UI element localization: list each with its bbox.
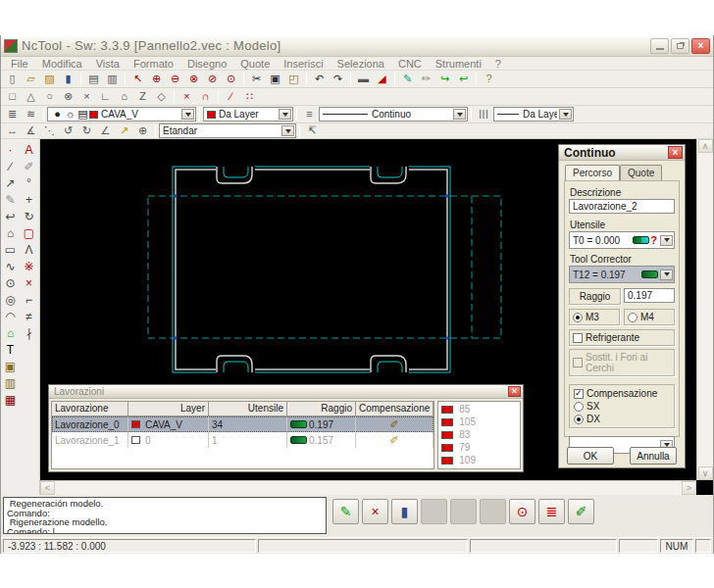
trim-tool-icon[interactable]: ⌐ [21, 291, 37, 308]
text-tool-icon[interactable]: T [2, 341, 19, 358]
probe-tool-icon[interactable]: ✏ [417, 72, 435, 86]
zline-icon[interactable]: Z [133, 89, 152, 104]
point-tool-icon[interactable]: · [2, 141, 19, 158]
utensile-combo-arrow[interactable] [660, 235, 673, 246]
col-utensile[interactable]: Utensile [209, 402, 287, 416]
arc3pt-tool-icon[interactable]: ◠ [2, 308, 19, 324]
dim-update-icon[interactable]: ↸ [303, 123, 322, 138]
horizontal-scrollbar[interactable]: < > [40, 480, 696, 495]
scroll-down-icon[interactable]: ∨ [698, 466, 713, 480]
mirror-tool-icon[interactable]: Λ [21, 241, 37, 258]
linetype-combobox[interactable]: Continuo [319, 107, 468, 122]
circle-shape-icon[interactable]: ○ [40, 89, 59, 104]
layer-print-icon[interactable]: ▤ [76, 107, 89, 122]
polygon-icon[interactable]: ⌂ [115, 89, 133, 104]
menu-disegno[interactable]: Disegno [181, 58, 232, 70]
line-seg-icon[interactable]: ∕ [222, 89, 240, 104]
ruler-icon[interactable]: ▬ [354, 72, 373, 86]
tab-quote[interactable]: Quote [620, 165, 662, 180]
lavorazione-row-1[interactable]: Lavorazione_1 0 1 0.157 ✐ [52, 432, 434, 448]
lineweight-combobox[interactable]: Da Layer [493, 107, 574, 122]
m4-radio-circle[interactable] [628, 313, 638, 322]
dim-aligned-icon[interactable]: ∡ [22, 123, 40, 138]
dx-radio-circle[interactable] [574, 415, 584, 424]
erase-tool-icon[interactable]: ✐ [21, 158, 37, 174]
save-icon[interactable]: ▮ [59, 72, 77, 86]
save-iso-button[interactable]: ▮ [391, 499, 418, 524]
extend-tool-icon[interactable]: ≠ [21, 308, 37, 324]
close-button[interactable]: × [691, 38, 710, 54]
tool-corrector-combo-arrow[interactable] [660, 270, 673, 280]
col-layer[interactable]: Layer [128, 402, 209, 416]
paste-entity-icon[interactable]: ▥ [2, 374, 19, 391]
dimstyle-combobox[interactable]: Etandar [159, 123, 296, 138]
copy-icon[interactable]: ▣ [266, 72, 284, 86]
grid-icon[interactable]: ∷ [240, 89, 259, 104]
col-lavorazione[interactable]: Lavorazione [52, 402, 128, 416]
hatch-tool-icon[interactable]: ▦ [2, 391, 19, 408]
dx-radio[interactable]: DX [574, 414, 670, 424]
menu-modifica[interactable]: Modifica [36, 58, 88, 70]
redo-icon[interactable]: ↷ [329, 72, 347, 86]
layer-combo-arrow[interactable] [181, 109, 194, 120]
layer-freeze-icon[interactable]: ☼ [64, 107, 76, 122]
m3-radio-circle[interactable] [573, 313, 583, 322]
menu-cnc[interactable]: CNC [392, 58, 428, 70]
side-item-83[interactable]: 83 [441, 429, 517, 440]
scroll-right-icon[interactable]: > [682, 481, 696, 495]
move-tool-icon[interactable]: + [21, 191, 37, 208]
tool-apply-button[interactable]: ✐ [568, 499, 594, 524]
descrizione-input[interactable]: Lavorazione_2 [569, 199, 675, 214]
menu-file[interactable]: File [5, 58, 34, 70]
perpendicular-icon[interactable]: ∟ [96, 89, 115, 104]
color-combo-arrow[interactable] [279, 109, 291, 120]
tool-disable-button[interactable]: × [362, 499, 388, 524]
rectangle-tool-icon[interactable]: ▭ [2, 241, 19, 258]
minimize-button[interactable] [650, 38, 669, 54]
tab-percorso[interactable]: Percorso [565, 165, 620, 180]
break-tool-icon[interactable]: × [21, 274, 37, 291]
ok-button[interactable]: OK [567, 447, 614, 465]
wedge-icon[interactable]: ◢ [373, 72, 391, 86]
menu-strumenti[interactable]: Strumenti [430, 58, 487, 70]
m3-radio[interactable]: M3 [569, 309, 620, 325]
arc-node-icon[interactable]: ∩ [196, 89, 215, 104]
dim-diameter-icon[interactable]: ↻ [77, 123, 96, 138]
rotate-tool-icon[interactable]: ↻ [21, 208, 37, 224]
sx-radio[interactable]: SX [574, 401, 670, 412]
refrigerante-box[interactable] [573, 333, 583, 343]
dim-radius-icon[interactable]: ↺ [59, 123, 77, 138]
tool-corrector-combobox[interactable]: T12 = 0.197 [569, 266, 675, 283]
layer-states-icon[interactable]: ≋ [22, 107, 40, 122]
spline-tool-icon[interactable]: ∿ [2, 258, 19, 274]
ellipse-tool-icon[interactable]: ◎ [2, 291, 19, 308]
side-item-85[interactable]: 85 [441, 404, 517, 415]
layer-manager-icon[interactable]: ≣ [3, 107, 22, 122]
print-preview-icon[interactable]: ▥ [103, 72, 122, 86]
lineweight-icon[interactable]: ||| [475, 107, 493, 122]
blank-button-3[interactable] [480, 499, 506, 524]
m4-radio[interactable]: M4 [624, 309, 675, 325]
dimstyle-combo-arrow[interactable] [281, 125, 294, 136]
layer-combobox[interactable]: ● ☼ ▤ CAVA_V [47, 107, 196, 122]
restore-button[interactable] [671, 38, 689, 54]
dim-ordinate-icon[interactable]: ⋱ [40, 123, 59, 138]
dim-linear-icon[interactable]: ↔ [3, 123, 22, 138]
circle-x-shape-icon[interactable]: ⊗ [59, 89, 77, 104]
snap-tool-icon[interactable]: ° [21, 174, 37, 191]
cross-shape-icon[interactable]: × [77, 89, 96, 104]
scroll-up-icon[interactable]: ∧ [698, 139, 713, 153]
menu-quote[interactable]: Quote [234, 58, 276, 70]
layers-stack-button[interactable]: ≣ [538, 499, 565, 524]
dim-center-icon[interactable]: ⊕ [133, 123, 152, 138]
color-combobox[interactable]: Da Layer [203, 107, 293, 122]
triangle-shape-icon[interactable]: △ [22, 89, 40, 104]
compensazione-box[interactable] [574, 389, 584, 399]
print-icon[interactable]: ▤ [84, 72, 103, 86]
side-item-109[interactable]: 109 [441, 455, 517, 466]
menu-formato[interactable]: Formato [128, 58, 179, 70]
zoom-window-icon[interactable]: ⊘ [203, 72, 222, 86]
hook-tool2-icon[interactable]: ↩ [454, 72, 473, 86]
text-style-icon[interactable]: A [21, 141, 37, 158]
lavorazioni-close-icon[interactable]: × [508, 386, 521, 397]
